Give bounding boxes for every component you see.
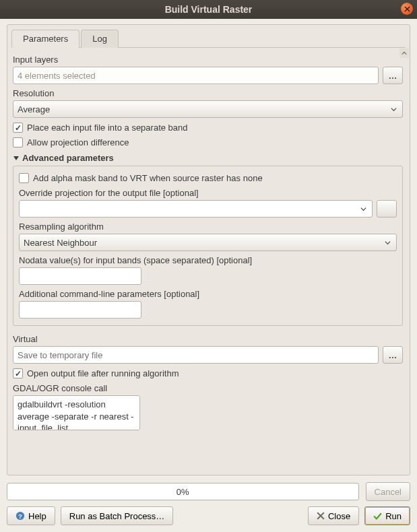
input-layers-label: Input layers xyxy=(13,55,403,65)
separate-band-checkbox[interactable] xyxy=(13,123,23,133)
ellipsis-icon: … xyxy=(389,71,397,81)
tab-parameters[interactable]: Parameters xyxy=(11,30,79,48)
chevron-down-icon xyxy=(391,106,397,112)
console-call-label: GDAL/OGR console call xyxy=(13,383,403,393)
resampling-combo[interactable]: Nearest Neighbour xyxy=(19,234,397,251)
progress-bar: 0% xyxy=(7,483,359,500)
tab-bar: Parameters Log xyxy=(7,25,410,47)
virtual-label: Virtual xyxy=(13,334,403,344)
run-batch-label: Run as Batch Process… xyxy=(69,511,165,521)
virtual-output-field[interactable] xyxy=(13,346,379,364)
close-button-label: Close xyxy=(328,511,350,521)
window-title: Build Virtual Raster xyxy=(165,4,253,15)
chevron-down-icon xyxy=(385,240,391,246)
close-window-button[interactable] xyxy=(401,3,413,15)
parameters-panel: Input layers … Resolution Average xyxy=(7,48,410,475)
alpha-mask-checkbox[interactable] xyxy=(19,173,29,183)
resolution-label: Resolution xyxy=(13,88,403,98)
alpha-mask-label: Add alpha mask band to VRT when source r… xyxy=(33,173,263,183)
advanced-parameters-group: Add alpha mask band to VRT when source r… xyxy=(13,166,403,326)
crs-picker-button[interactable] xyxy=(377,200,397,218)
console-call-text[interactable]: gdalbuildvrt -resolution average -separa… xyxy=(13,395,140,430)
svg-text:?: ? xyxy=(18,512,22,520)
override-projection-combo[interactable] xyxy=(19,200,373,218)
check-icon xyxy=(373,512,382,521)
advanced-parameters-label: Advanced parameters xyxy=(22,153,114,163)
cancel-button: Cancel xyxy=(366,482,410,501)
tab-log-label: Log xyxy=(92,34,107,44)
close-icon xyxy=(317,512,325,520)
ellipsis-icon: … xyxy=(389,350,397,360)
allow-projection-diff-label: Allow projection difference xyxy=(27,137,129,147)
cancel-button-label: Cancel xyxy=(375,487,402,497)
dialog-frame: Parameters Log Input layers … xyxy=(7,24,410,475)
input-layers-more-button[interactable]: … xyxy=(383,67,403,84)
run-button-label: Run xyxy=(385,511,402,521)
cmdline-label: Additional command-line parameters [opti… xyxy=(19,289,397,299)
chevron-up-icon xyxy=(402,51,407,56)
progress-text: 0% xyxy=(177,487,189,497)
help-icon: ? xyxy=(15,511,25,521)
open-after-checkbox[interactable] xyxy=(13,368,23,378)
input-layers-field[interactable] xyxy=(13,67,379,84)
close-icon xyxy=(404,6,410,12)
chevron-down-icon xyxy=(360,206,366,212)
resolution-combo[interactable]: Average xyxy=(13,100,403,118)
tab-parameters-label: Parameters xyxy=(23,34,68,44)
help-button[interactable]: ? Help xyxy=(7,506,55,525)
allow-projection-diff-checkbox[interactable] xyxy=(13,137,23,147)
resolution-value: Average xyxy=(18,104,50,114)
resampling-value: Nearest Neighbour xyxy=(24,238,97,248)
nodata-label: Nodata value(s) for input bands (space s… xyxy=(19,255,397,265)
titlebar: Build Virtual Raster xyxy=(0,0,417,19)
advanced-parameters-toggle[interactable]: Advanced parameters xyxy=(13,153,403,163)
virtual-output-more-button[interactable]: … xyxy=(383,346,403,364)
run-button[interactable]: Run xyxy=(364,506,410,525)
help-button-label: Help xyxy=(28,511,46,521)
nodata-input[interactable] xyxy=(19,267,141,285)
override-projection-label: Override projection for the output file … xyxy=(19,188,397,198)
cmdline-input[interactable] xyxy=(19,301,141,319)
scroll-up-button[interactable] xyxy=(399,48,409,58)
close-button[interactable]: Close xyxy=(308,506,359,525)
triangle-down-icon xyxy=(13,155,20,162)
separate-band-label: Place each input file into a separate ba… xyxy=(27,123,188,133)
tab-log[interactable]: Log xyxy=(81,30,119,48)
open-after-label: Open output file after running algorithm xyxy=(27,368,179,378)
run-batch-button[interactable]: Run as Batch Process… xyxy=(61,506,174,525)
resampling-label: Resampling algorithm xyxy=(19,222,397,232)
